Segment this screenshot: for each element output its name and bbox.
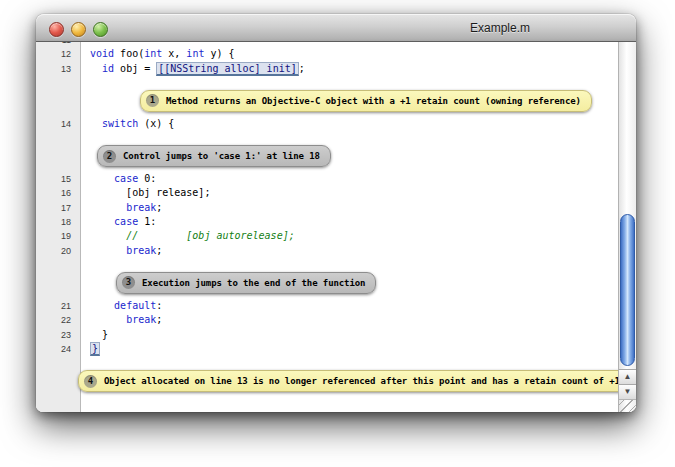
bubble-message: Control jumps to 'case 1:' at line 18 bbox=[123, 151, 320, 161]
step-badge: 3 bbox=[122, 276, 135, 289]
code-line[interactable]: 19 // [obj autorelease]; bbox=[36, 229, 619, 243]
code-token: 0: bbox=[138, 173, 156, 184]
code-token: x, bbox=[162, 48, 186, 59]
code-token bbox=[90, 63, 102, 74]
code-token: } bbox=[90, 329, 108, 340]
analyzer-bubble-1[interactable]: 1Method returns an Objective-C object wi… bbox=[140, 90, 592, 112]
code-token bbox=[90, 216, 114, 227]
titlebar[interactable]: Example.m bbox=[36, 14, 636, 42]
code-token: 1: bbox=[138, 216, 156, 227]
code-editor[interactable]: 1112void foo(int x, int y) {13 id obj = … bbox=[36, 42, 619, 412]
code-token: void bbox=[90, 48, 114, 59]
code-token bbox=[90, 118, 102, 129]
code-line[interactable]: 16 [obj release]; bbox=[36, 186, 619, 200]
code-token: foo( bbox=[114, 48, 144, 59]
line-number: 14 bbox=[36, 117, 80, 131]
traffic-lights bbox=[49, 22, 108, 37]
code-line[interactable]: 21 default: bbox=[36, 299, 619, 313]
code-token: ; bbox=[156, 245, 162, 256]
close-button[interactable] bbox=[49, 22, 64, 37]
line-number: 13 bbox=[36, 62, 80, 76]
step-badge: 4 bbox=[84, 375, 97, 388]
code-token: ; bbox=[156, 314, 162, 325]
code-line[interactable]: 18 case 1: bbox=[36, 215, 619, 229]
code-token bbox=[90, 245, 126, 256]
code-line[interactable]: 15 case 0: bbox=[36, 172, 619, 186]
analyzer-highlight: [[NSString alloc] init] bbox=[156, 62, 298, 76]
annotation-row: 1Method returns an Objective-C object wi… bbox=[36, 90, 619, 112]
vertical-scrollbar[interactable]: ▲ ▼ bbox=[618, 42, 636, 412]
code-line[interactable]: 17 break; bbox=[36, 201, 619, 215]
editor-content: 1112void foo(int x, int y) {13 id obj = … bbox=[36, 42, 636, 412]
annotation-row: 4Object allocated on line 13 is no longe… bbox=[36, 370, 619, 392]
code-text[interactable]: default: bbox=[80, 299, 619, 313]
code-token bbox=[90, 173, 114, 184]
code-token: ; bbox=[156, 202, 162, 213]
code-line[interactable]: 23 } bbox=[36, 328, 619, 342]
line-number: 18 bbox=[36, 215, 80, 229]
code-token: break bbox=[126, 202, 156, 213]
code-token: ; bbox=[299, 63, 305, 74]
analyzer-highlight: } bbox=[90, 342, 100, 356]
code-token: : bbox=[156, 300, 162, 311]
annotation-row: 2Control jumps to 'case 1:' at line 18 bbox=[36, 145, 619, 167]
bubble-message: Method returns an Objective-C object wit… bbox=[166, 96, 581, 106]
code-text[interactable]: break; bbox=[80, 313, 619, 327]
code-line[interactable]: 13 id obj = [[NSString alloc] init]; bbox=[36, 62, 619, 76]
minimize-button[interactable] bbox=[71, 22, 86, 37]
code-text[interactable]: break; bbox=[80, 201, 619, 215]
code-token bbox=[90, 202, 126, 213]
zoom-button[interactable] bbox=[93, 22, 108, 37]
code-token: id bbox=[102, 63, 114, 74]
annotation-cell: 4Object allocated on line 13 is no longe… bbox=[80, 370, 636, 392]
code-token: break bbox=[126, 245, 156, 256]
scroll-up-arrow-icon[interactable]: ▲ bbox=[619, 369, 636, 384]
code-line[interactable]: 12void foo(int x, int y) { bbox=[36, 47, 619, 61]
annotation-cell: 3Execution jumps to the end of the funct… bbox=[80, 272, 619, 294]
code-text[interactable]: id obj = [[NSString alloc] init]; bbox=[80, 62, 619, 76]
code-token bbox=[90, 230, 126, 241]
code-text[interactable]: case 0: bbox=[80, 172, 619, 186]
line-number: 16 bbox=[36, 186, 80, 200]
code-text[interactable]: [obj release]; bbox=[80, 186, 619, 200]
line-number: 15 bbox=[36, 172, 80, 186]
desktop-background: Example.m 1112void foo(int x, int y) {13… bbox=[0, 0, 675, 467]
resize-grip-icon[interactable] bbox=[619, 399, 636, 412]
code-token bbox=[90, 300, 114, 311]
code-token bbox=[90, 314, 126, 325]
code-text[interactable]: } bbox=[80, 342, 619, 356]
code-line[interactable]: 24} bbox=[36, 342, 619, 356]
analyzer-bubble-2[interactable]: 2Control jumps to 'case 1:' at line 18 bbox=[97, 145, 331, 167]
step-badge: 1 bbox=[146, 94, 159, 107]
code-text[interactable]: case 1: bbox=[80, 215, 619, 229]
code-text[interactable]: break; bbox=[80, 244, 619, 258]
line-number: 20 bbox=[36, 244, 80, 258]
code-text[interactable]: // [obj autorelease]; bbox=[80, 229, 619, 243]
scroll-down-arrow-icon[interactable]: ▼ bbox=[619, 384, 636, 399]
code-token: int bbox=[186, 48, 204, 59]
scrollbar-track[interactable] bbox=[619, 42, 636, 369]
step-badge: 2 bbox=[103, 150, 116, 163]
line-number: 24 bbox=[36, 342, 80, 356]
line-number: 22 bbox=[36, 313, 80, 327]
line-number: 21 bbox=[36, 299, 80, 313]
annotation-row: 3Execution jumps to the end of the funct… bbox=[36, 272, 619, 294]
code-token: break bbox=[126, 314, 156, 325]
annotation-cell: 2Control jumps to 'case 1:' at line 18 bbox=[80, 145, 619, 167]
window-title: Example.m bbox=[470, 21, 530, 35]
code-text[interactable]: } bbox=[80, 328, 619, 342]
analyzer-bubble-4[interactable]: 4Object allocated on line 13 is no longe… bbox=[78, 370, 636, 392]
code-token: int bbox=[144, 48, 162, 59]
code-line[interactable]: 22 break; bbox=[36, 313, 619, 327]
code-text[interactable]: switch (x) { bbox=[80, 117, 619, 131]
analyzer-bubble-3[interactable]: 3Execution jumps to the end of the funct… bbox=[116, 272, 376, 294]
code-token: y) { bbox=[204, 48, 234, 59]
scrollbar-thumb[interactable] bbox=[620, 214, 635, 366]
bubble-message: Execution jumps to the end of the functi… bbox=[142, 278, 365, 288]
code-token: switch bbox=[102, 118, 138, 129]
line-number: 12 bbox=[36, 47, 80, 61]
code-line[interactable]: 14 switch (x) { bbox=[36, 117, 619, 131]
code-line[interactable]: 20 break; bbox=[36, 244, 619, 258]
code-text[interactable]: void foo(int x, int y) { bbox=[80, 47, 619, 61]
line-number: 23 bbox=[36, 328, 80, 342]
